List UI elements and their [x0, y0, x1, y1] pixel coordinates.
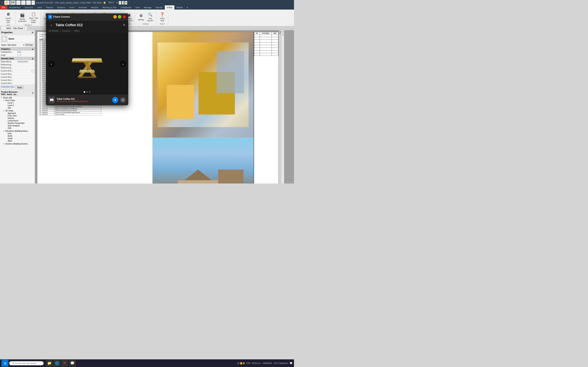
kitchen-item[interactable]: Kitchen	[5, 117, 35, 119]
tab-massing[interactable]: Massing & Site	[101, 5, 119, 9]
online-help-btn[interactable]: ❓ OnlineHelp	[158, 11, 166, 22]
revit-logo: R	[1, 1, 3, 4]
elevations-label[interactable]: ▼ Elevations (Building Eleva...	[2, 130, 35, 132]
current-view-btn[interactable]: 🖥 Current View:(3D)	[3, 11, 14, 24]
views-all-label[interactable]: ▼ Views (all)	[0, 97, 35, 99]
tab-precast[interactable]: Precast	[44, 5, 55, 9]
section-perspective-item[interactable]: Section Perspective	[5, 122, 35, 125]
tab-context[interactable]: ▾	[185, 5, 190, 9]
tab-structure[interactable]: Structure	[23, 5, 35, 9]
tab-view[interactable]: View	[133, 5, 142, 9]
qa-open[interactable]: 📂	[4, 0, 10, 5]
qa-more[interactable]: ▾	[31, 0, 35, 5]
breadcrumb-3d-models[interactable]: 3D Models	[49, 30, 59, 32]
cosmos-logo: ✦ Chaos Cosmos	[48, 15, 70, 19]
viewer-next-btn[interactable]: ›	[120, 61, 126, 67]
viewer-prev-btn[interactable]: ‹	[48, 61, 55, 67]
settings-btn[interactable]: ⚙ Settings	[137, 12, 145, 21]
properties-apply-btn[interactable]: Apply	[16, 86, 24, 89]
living-room-item[interactable]: Living Room	[5, 119, 35, 122]
close-btn[interactable]: ✕	[124, 1, 127, 5]
svg-marker-11	[73, 58, 102, 59]
tab-close-btn[interactable]: ✕	[24, 27, 25, 29]
dependency-row: Dependency Independent	[0, 60, 35, 63]
tab-addins[interactable]: Add-Ins	[154, 5, 165, 9]
tab-bar: 📄 A001 - Title Sheet ✕	[0, 26, 294, 30]
identity-section-header[interactable]: Identity Data ▲	[0, 57, 35, 60]
pb-close-btn[interactable]: ✕	[32, 92, 34, 94]
tab-manage[interactable]: Manage	[142, 5, 154, 9]
breadcrumb-sep-2: /	[72, 30, 72, 32]
properties-close-btn[interactable]: ✕	[31, 31, 34, 34]
tab-annotate[interactable]: Annotate	[77, 5, 89, 9]
solar-analysis-item[interactable]: Solar Analysis	[5, 125, 35, 127]
download-btn[interactable]: ⬇	[112, 97, 118, 103]
breadcrumb-furniture[interactable]: Furniture	[62, 30, 70, 32]
left-panels: Properties ✕ 📄 Sheet Sheet: Title Sheet …	[0, 30, 35, 184]
3d-views-text: 3D Views	[5, 110, 13, 112]
approach-item[interactable]: Approach	[5, 112, 35, 115]
restore-btn[interactable]: □	[122, 1, 124, 5]
from-yard-item[interactable]: From Yard	[5, 115, 35, 117]
level2-item[interactable]: Level 2	[5, 104, 35, 107]
view-specific-btn[interactable]: 🔍 ViewSpecific	[146, 11, 155, 22]
show-hide-fb-btn[interactable]: 📋 Show / HideFrame Buffer	[28, 11, 39, 24]
tab-modify[interactable]: Modify	[174, 5, 185, 9]
minimize-btn[interactable]: ─	[119, 1, 121, 5]
tab-collaborate[interactable]: Collaborate	[119, 5, 133, 9]
download-cancel-btn[interactable]: ✕	[120, 97, 126, 103]
tab-systems[interactable]: Systems	[55, 5, 67, 9]
scroll-thumb-v[interactable]	[279, 31, 281, 34]
tab-analyze[interactable]: Analyze	[89, 5, 101, 9]
tab-vray[interactable]: V-Ray	[165, 5, 174, 9]
graphics-section-header[interactable]: Graphics ▲	[0, 47, 35, 51]
qa-print[interactable]: 🖨	[26, 0, 31, 5]
breadcrumb-tables[interactable]: Tables	[74, 30, 80, 32]
tab-a001[interactable]: 📄 A001 - Title Sheet ✕	[1, 26, 27, 30]
level1-item[interactable]: Level 1	[5, 102, 35, 104]
tab-file[interactable]: File	[0, 5, 8, 9]
west-item[interactable]: West	[5, 140, 35, 142]
properties-help-link[interactable]: Properties help	[1, 86, 14, 89]
sheet-dropdown-arrow[interactable]: ▾	[23, 44, 24, 46]
info-icon[interactable]: ℹ	[116, 1, 118, 5]
3d-item[interactable]: (3D)	[5, 127, 35, 129]
tab-steel[interactable]: Steel	[35, 5, 44, 9]
desc-col: Description	[260, 32, 272, 34]
edit-type-btn[interactable]: Edit Type	[25, 44, 34, 46]
cosmos-back-btn[interactable]: ‹	[49, 22, 54, 28]
cosmos-close-detail-btn[interactable]: ✕	[123, 23, 126, 27]
vertical-scrollbar[interactable]	[279, 30, 281, 184]
table-row: 03 - AdvancedUse the sun path	[39, 113, 102, 115]
floor-plans-label[interactable]: ▼ Floor Plans	[2, 99, 35, 102]
3d-views-label[interactable]: ▼ 3D Views	[2, 109, 35, 112]
east-item[interactable]: East	[5, 132, 35, 135]
south-item[interactable]: South	[5, 137, 35, 140]
cosmos-maximize-btn[interactable]: □	[118, 15, 121, 18]
zoom-fit-icon[interactable]: ⊞	[282, 31, 284, 33]
zoom-region-icon[interactable]: ⊡	[282, 34, 284, 35]
tree-views-all: ▼ Views (all) ▼ Floor Plans Level 1	[0, 96, 35, 145]
curr-rev1-check[interactable]	[32, 70, 34, 72]
visibility-edit-btn[interactable]: Edit...	[17, 51, 34, 53]
sections-label[interactable]: ▼ Sections (Building Section...	[2, 142, 35, 145]
qa-save[interactable]: 💾	[10, 0, 16, 5]
properties-scroll[interactable]: Graphics ▲ Visibility/Gra... Edit... Sca…	[0, 47, 35, 85]
qa-redo[interactable]: ↪	[21, 0, 26, 5]
ribbon-group-settings: ⚙ Settings 🔍 ViewSpecific Settings	[135, 10, 156, 25]
rev-row-7	[254, 50, 278, 53]
north-item[interactable]: North	[5, 135, 35, 137]
tab-architecture[interactable]: Architecture	[8, 5, 23, 9]
cosmos-minimize-btn[interactable]: ─	[113, 15, 117, 18]
notification-icon[interactable]: 🔔	[102, 1, 107, 5]
site-item[interactable]: Site	[5, 107, 35, 109]
qa-undo[interactable]: ↩	[16, 0, 21, 5]
sign-in[interactable]: Sign In	[107, 1, 115, 5]
render-label: RenderProduction	[18, 18, 26, 22]
tab-insert[interactable]: Insert	[67, 5, 77, 9]
cosmos-close-btn[interactable]: ✕	[122, 15, 126, 18]
render-production-btn[interactable]: 🎬 RenderProduction	[17, 12, 27, 23]
pb-tree[interactable]: ▼ Views (all) ▼ Floor Plans Level 1	[0, 96, 35, 184]
online-help-label: OnlineHelp	[160, 17, 165, 22]
cosmos-nav: ‹ Table Coffee 012 ✕	[46, 20, 128, 30]
